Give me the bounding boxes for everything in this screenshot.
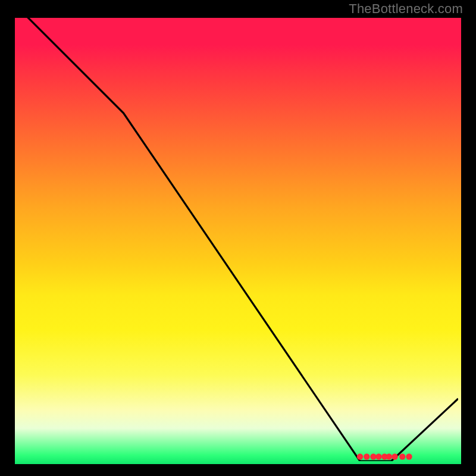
plot-gradient-bg [15, 18, 461, 464]
plot-frame [12, 15, 464, 467]
